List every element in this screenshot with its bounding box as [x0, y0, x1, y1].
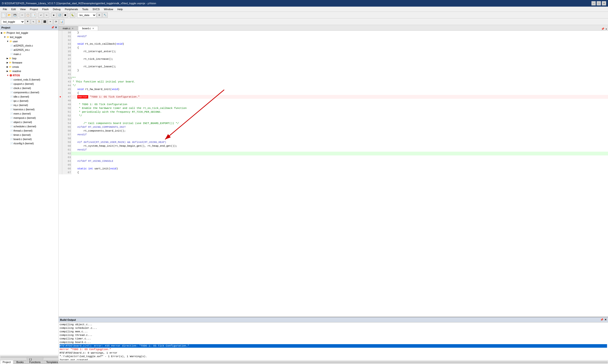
tree-irq[interactable]: 📄 irq.c (kernel) — [0, 103, 58, 107]
manage-button[interactable]: ⚙ — [97, 13, 102, 18]
tab-functions[interactable]: { } Functions — [27, 357, 43, 364]
tree-rtconfig[interactable]: 📄 rtconfig.h (kernel) — [0, 141, 58, 145]
build-output-scrollbar[interactable] — [59, 360, 608, 364]
tb2-btn1[interactable]: ▼ — [25, 19, 30, 24]
new-file-button[interactable]: 📄 — [1, 13, 6, 18]
rebuild-button[interactable]: 🔄 — [57, 13, 62, 18]
cd-39: rt_interrupt_leave(); — [71, 65, 608, 68]
tab-books[interactable]: Books — [14, 360, 26, 364]
bp-62 — [59, 152, 62, 156]
debug-button[interactable]: 🐛 — [70, 13, 75, 18]
tree-clock-kernel[interactable]: 📄 clock.c (kernel) — [0, 86, 58, 90]
tb2-btn5[interactable]: ➤ — [48, 19, 53, 24]
project-close-icon[interactable]: ✕ — [55, 26, 57, 29]
close-button[interactable]: ✕ — [602, 1, 606, 5]
copy-button[interactable]: 📋 — [25, 13, 30, 18]
maximize-button[interactable]: □ — [597, 1, 601, 5]
menu-edit[interactable]: Edit — [10, 7, 18, 11]
tab-templates[interactable]: Templates — [44, 360, 59, 364]
redo-button[interactable]: ↪ — [44, 13, 49, 18]
menu-help[interactable]: Help — [115, 7, 125, 11]
tab-close-icon[interactable]: ✕ — [605, 27, 607, 30]
tree-context[interactable]: 📄 context_rvds.S (kernel) — [0, 78, 58, 82]
options-button[interactable]: 🔧 — [102, 13, 108, 18]
tree-rtos[interactable]: ▼ 🔴 RTOS — [0, 73, 58, 78]
cd-35: rt_interrupt_enter(); — [71, 50, 608, 53]
menu-window[interactable]: Window — [102, 7, 115, 11]
menu-project[interactable]: Project — [28, 7, 40, 11]
menu-debug[interactable]: Debug — [51, 7, 62, 11]
cd-67: { — [71, 170, 608, 174]
tree-ipc[interactable]: 📄 ipc.c (kernel) — [0, 99, 58, 103]
toolbar2: led_toggle ▼ ✎ 🏃 ⬛ ➤ ⟳ 📊 — [0, 18, 608, 25]
code-editor[interactable]: 30 } 31 #endif 32 — [59, 31, 608, 317]
menu-peripherals[interactable]: Peripherals — [63, 7, 80, 11]
build-compiling-scheduler: compiling scheduler.c... — [60, 326, 607, 330]
code-row-33: 33 void rt_os_tick_callback(void) — [59, 42, 608, 46]
build-output-content[interactable]: compiling object.c... compiling schedule… — [59, 323, 608, 360]
tree-mempool[interactable]: 📄 mempool.c (kernel) — [0, 116, 58, 120]
tb2-btn3[interactable]: 🏃 — [36, 19, 41, 24]
build-button[interactable]: ▶ — [51, 13, 56, 18]
menu-tools[interactable]: Tools — [80, 7, 90, 11]
menu-svcs[interactable]: SVCS — [91, 7, 101, 11]
tb2-btn2[interactable]: ✎ — [31, 19, 36, 24]
menu-flash[interactable]: Flash — [41, 7, 51, 11]
paste-button[interactable]: 📑 — [31, 13, 36, 18]
tab-pin-icon[interactable]: 📌 — [601, 27, 605, 30]
tree-firmware[interactable]: ▶ 📁 firmware — [0, 61, 58, 65]
ln-52: 52 — [62, 114, 71, 118]
tree-mem[interactable]: 📄 mem.c (kernel) — [0, 112, 58, 116]
save-button[interactable]: 💾 — [12, 13, 17, 18]
tab-project[interactable]: Project — [0, 360, 13, 364]
tree-board-c[interactable]: 📄 board.c (kernel) — [0, 137, 58, 141]
tree-idle[interactable]: 📄 idle.c (kernel) — [0, 94, 58, 99]
tree-scheduler[interactable]: 📄 scheduler.c (kernel) — [0, 124, 58, 129]
tb2-btn6[interactable]: ⟳ — [54, 19, 59, 24]
tab-main-c[interactable]: main.c✕ — [59, 26, 78, 30]
tb2-btn7[interactable]: 📊 — [59, 19, 64, 24]
tree-readme[interactable]: ▶ 📁 readme — [0, 69, 58, 73]
tb2-btn4[interactable]: ⬛ — [42, 19, 47, 24]
tree-led-toggle[interactable]: ▼ 📁 led_toggle — [0, 35, 58, 39]
target2-dropdown[interactable]: led_toggle — [1, 19, 25, 24]
cd-36 — [71, 53, 608, 57]
open-button[interactable]: 📂 — [7, 13, 12, 18]
bp-41 — [59, 72, 62, 76]
project-pin-icon[interactable]: 📌 — [51, 26, 55, 29]
tree-main-c[interactable]: 📄 main.c — [0, 52, 58, 56]
tree-cpuport[interactable]: 📄 cpuport.c (kernel) — [0, 82, 58, 86]
tree-components[interactable]: 📄 components.c (kernel) — [0, 90, 58, 94]
ln-48: 48 — [62, 99, 71, 103]
tab-board-close-icon[interactable]: ✕ — [92, 27, 94, 30]
menu-file[interactable]: File — [1, 7, 9, 11]
cd-46: { — [71, 91, 608, 95]
code-row-44: 44 */ — [59, 84, 608, 87]
code-row-63: 63 — [59, 156, 608, 159]
tree-bsp[interactable]: ▶ 📁 bsp — [0, 56, 58, 61]
tree-kservice[interactable]: 📄 kservice.c (kernel) — [0, 107, 58, 112]
bp-67 — [59, 170, 62, 174]
tree-thread[interactable]: 📄 thread.c (kernel) — [0, 129, 58, 133]
tree-int-c[interactable]: 📄 at32f425_int.c — [0, 48, 58, 52]
tree-object[interactable]: 📄 object.c (kernel) — [0, 120, 58, 124]
tree-project-root[interactable]: ▶ 📁 Project: led_toggle — [0, 31, 58, 35]
target-dropdown[interactable]: lev_data — [77, 13, 96, 18]
bp-31 — [59, 35, 62, 38]
build-error-line[interactable]: RTE\RTOS\board.c(47): error: #35 #error … — [60, 344, 607, 348]
minimize-button[interactable]: ─ — [592, 1, 596, 5]
undo-button[interactable]: ↩ — [38, 13, 43, 18]
tree-user[interactable]: ▼ 📁 user — [0, 39, 58, 43]
tree-timer[interactable]: 📄 timer.c (kernel) — [0, 133, 58, 137]
menu-view[interactable]: View — [18, 7, 28, 11]
tree-cmsis[interactable]: ▶ 📁 cmsis — [0, 65, 58, 69]
tab-board-c[interactable]: board.c✕ — [78, 26, 98, 30]
build-output-pin[interactable]: 📌 — [600, 318, 604, 321]
build-output-close[interactable]: ✕ — [605, 318, 607, 321]
tab-main-close-icon[interactable]: ✕ — [72, 27, 74, 30]
bp-65 — [59, 163, 62, 167]
build-compiling-object: compiling object.c... — [60, 323, 607, 326]
stop-button[interactable]: ⏹ — [63, 13, 68, 18]
tree-clock-c[interactable]: 📄 at32f425_clock.c — [0, 43, 58, 48]
cut-button[interactable]: ✂ — [20, 13, 25, 18]
